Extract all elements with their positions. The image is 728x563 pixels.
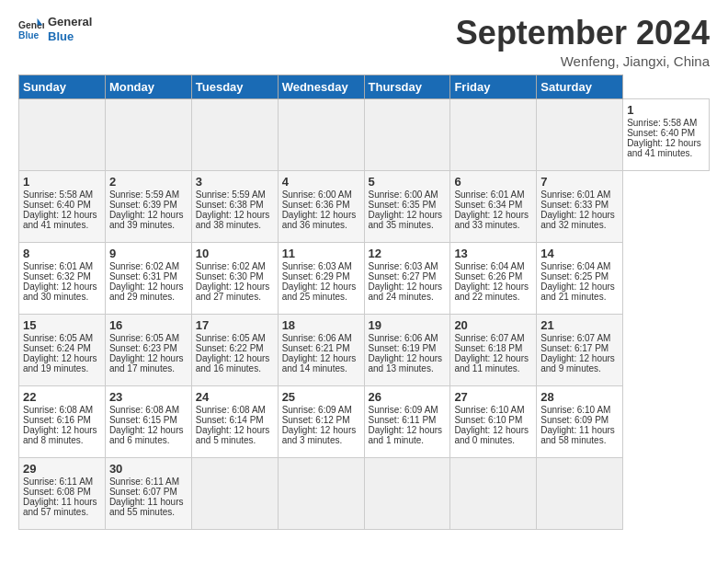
day-detail: Daylight: 12 hours [23, 353, 101, 363]
calendar-cell: 9Sunrise: 6:02 AMSunset: 6:31 PMDaylight… [105, 242, 191, 314]
day-detail: Sunset: 6:31 PM [109, 271, 188, 282]
day-number: 25 [282, 390, 360, 404]
day-detail: Daylight: 12 hours [196, 210, 274, 220]
day-detail: Sunrise: 6:05 AM [23, 333, 101, 343]
day-detail: Sunrise: 6:01 AM [540, 190, 619, 200]
day-detail: Daylight: 12 hours [369, 425, 447, 435]
day-detail: Sunrise: 5:58 AM [627, 118, 705, 128]
day-number: 3 [196, 175, 274, 189]
calendar-cell: 8Sunrise: 6:01 AMSunset: 6:32 PMDaylight… [19, 242, 106, 314]
day-detail: and 8 minutes. [23, 435, 101, 445]
day-detail: Sunrise: 6:10 AM [454, 405, 532, 415]
day-number: 10 [196, 247, 274, 260]
calendar-cell: 17Sunrise: 6:05 AMSunset: 6:22 PMDayligh… [191, 314, 278, 385]
day-detail: Daylight: 12 hours [23, 210, 101, 220]
calendar-cell [364, 98, 450, 170]
day-detail: Sunrise: 6:05 AM [109, 333, 188, 343]
col-header-saturday: Saturday [537, 75, 623, 98]
calendar-cell: 21Sunrise: 6:07 AMSunset: 6:17 PMDayligh… [537, 314, 623, 385]
logo-general: General [48, 15, 92, 29]
day-detail: and 39 minutes. [109, 220, 188, 230]
day-number: 8 [23, 247, 101, 260]
day-number: 21 [540, 318, 619, 332]
day-detail: and 1 minute. [369, 435, 447, 445]
day-detail: Sunrise: 6:03 AM [369, 261, 447, 271]
calendar-cell: 25Sunrise: 6:09 AMSunset: 6:12 PMDayligh… [278, 385, 364, 457]
day-detail: and 36 minutes. [282, 220, 360, 230]
day-detail: Sunset: 6:23 PM [109, 343, 188, 353]
calendar-cell: 20Sunrise: 6:07 AMSunset: 6:18 PMDayligh… [450, 314, 537, 385]
day-detail: and 11 minutes. [454, 363, 532, 373]
day-detail: Sunset: 6:10 PM [454, 415, 532, 425]
calendar-cell: 16Sunrise: 6:05 AMSunset: 6:23 PMDayligh… [105, 314, 191, 385]
day-detail: Daylight: 12 hours [109, 210, 188, 220]
calendar-cell: 7Sunrise: 6:01 AMSunset: 6:33 PMDaylight… [537, 170, 623, 242]
day-number: 1 [627, 103, 705, 117]
day-detail: and 38 minutes. [196, 220, 274, 230]
calendar-cell [191, 98, 278, 170]
calendar-cell: 26Sunrise: 6:09 AMSunset: 6:11 PMDayligh… [364, 385, 450, 457]
day-number: 23 [109, 390, 188, 404]
day-detail: Sunrise: 6:07 AM [454, 333, 532, 343]
calendar-cell [537, 98, 623, 170]
day-detail: Daylight: 12 hours [109, 353, 188, 363]
day-detail: Daylight: 12 hours [454, 210, 532, 220]
day-detail: Sunrise: 6:04 AM [540, 261, 619, 271]
calendar-cell: 5Sunrise: 6:00 AMSunset: 6:35 PMDaylight… [364, 170, 450, 242]
day-detail: and 21 minutes. [540, 292, 619, 302]
day-detail: Sunset: 6:40 PM [627, 128, 705, 138]
col-header-friday: Friday [450, 75, 537, 98]
day-detail: Sunrise: 6:01 AM [454, 190, 532, 200]
day-detail: Daylight: 12 hours [454, 353, 532, 363]
day-detail: Sunrise: 5:58 AM [23, 190, 101, 200]
day-number: 30 [109, 462, 188, 476]
day-detail: Sunrise: 6:06 AM [369, 333, 447, 343]
calendar-cell: 19Sunrise: 6:06 AMSunset: 6:19 PMDayligh… [364, 314, 450, 385]
day-detail: Daylight: 12 hours [369, 353, 447, 363]
day-detail: and 17 minutes. [109, 363, 188, 373]
svg-text:Blue: Blue [18, 30, 40, 40]
day-number: 1 [23, 175, 101, 189]
calendar-cell: 11Sunrise: 6:03 AMSunset: 6:29 PMDayligh… [278, 242, 364, 314]
logo-blue: Blue [48, 29, 92, 44]
day-detail: and 0 minutes. [454, 435, 532, 445]
col-header-wednesday: Wednesday [278, 75, 364, 98]
day-detail: Daylight: 11 hours [109, 497, 188, 507]
day-detail: and 13 minutes. [369, 363, 447, 373]
day-detail: and 25 minutes. [282, 292, 360, 302]
day-detail: Daylight: 12 hours [196, 282, 274, 292]
day-detail: and 3 minutes. [282, 435, 360, 445]
day-detail: Daylight: 12 hours [454, 282, 532, 292]
day-detail: Sunrise: 6:09 AM [369, 405, 447, 415]
day-detail: Daylight: 12 hours [196, 425, 274, 435]
day-number: 2 [109, 175, 188, 189]
day-detail: Daylight: 11 hours [23, 497, 101, 507]
day-detail: and 24 minutes. [369, 292, 447, 302]
day-detail: Sunrise: 6:00 AM [282, 190, 360, 200]
calendar-cell: 28Sunrise: 6:10 AMSunset: 6:09 PMDayligh… [537, 385, 623, 457]
day-detail: Sunset: 6:27 PM [369, 271, 447, 282]
location-subtitle: Wenfeng, Jiangxi, China [456, 53, 710, 69]
calendar-table: SundayMondayTuesdayWednesdayThursdayFrid… [18, 75, 710, 530]
day-detail: Sunset: 6:36 PM [282, 200, 360, 210]
day-detail: Sunrise: 6:09 AM [282, 405, 360, 415]
day-number: 5 [369, 175, 447, 189]
day-detail: Sunrise: 6:08 AM [109, 405, 188, 415]
day-detail: Sunset: 6:29 PM [282, 271, 360, 282]
day-detail: Sunrise: 6:02 AM [196, 261, 274, 271]
day-detail: Daylight: 12 hours [282, 353, 360, 363]
calendar-cell: 15Sunrise: 6:05 AMSunset: 6:24 PMDayligh… [19, 314, 106, 385]
calendar-cell [19, 98, 106, 170]
day-number: 16 [109, 318, 188, 332]
day-number: 26 [369, 390, 447, 404]
calendar-cell [278, 98, 364, 170]
calendar-cell: 2Sunrise: 5:59 AMSunset: 6:39 PMDaylight… [105, 170, 191, 242]
calendar-cell [537, 457, 623, 529]
calendar-cell [450, 98, 537, 170]
day-detail: Sunrise: 6:02 AM [109, 261, 188, 271]
day-number: 29 [23, 462, 101, 476]
day-number: 9 [109, 247, 188, 260]
day-number: 18 [282, 318, 360, 332]
day-number: 15 [23, 318, 101, 332]
day-detail: Sunrise: 6:00 AM [369, 190, 447, 200]
